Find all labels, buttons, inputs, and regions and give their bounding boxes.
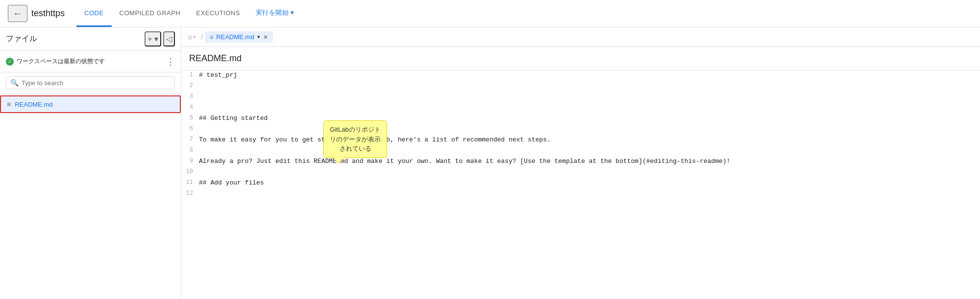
line-number: 1 xyxy=(181,70,199,78)
back-button[interactable]: ← xyxy=(8,5,27,22)
sidebar-header: ファイル + ▾ ◁ xyxy=(0,27,181,51)
editor-tab-readme[interactable]: ≡ README.md ▾ ✕ xyxy=(205,31,272,43)
callout-bubble: GitLabのリポジトリのデータが表示されている xyxy=(323,120,387,158)
editor-tabs: ⌂ ▾ / ≡ README.md ▾ ✕ xyxy=(181,27,980,47)
line-number: 3 xyxy=(181,92,199,100)
sidebar: ファイル + ▾ ◁ ワークスペースは最新の状態です ⋮ 🔍 ≡ README.… xyxy=(0,27,181,299)
tab-start-run[interactable]: 実行を開始 ▾ xyxy=(248,0,302,27)
status-dot-icon xyxy=(6,58,14,66)
line-content: Already a pro? Just edit this README.md … xyxy=(199,157,730,165)
tab-executions[interactable]: EXECUTIONS xyxy=(188,0,248,27)
code-line: 8 xyxy=(181,146,980,157)
line-number: 6 xyxy=(181,124,199,132)
line-content: ## Getting started xyxy=(199,114,268,122)
home-icon: ⌂ xyxy=(188,33,192,41)
search-input-wrap: 🔍 xyxy=(6,76,175,89)
nav-tabs: CODE COMPILED GRAPH EXECUTIONS 実行を開始 ▾ xyxy=(76,0,302,27)
line-number: 4 xyxy=(181,103,199,111)
project-title: testhttps xyxy=(31,8,65,19)
status-left: ワークスペースは最新の状態です xyxy=(6,57,105,66)
code-line: 7To make it easy for you to get started … xyxy=(181,135,980,146)
line-number: 9 xyxy=(181,157,199,164)
workspace-status-text: ワークスペースは最新の状態です xyxy=(17,57,105,66)
more-options-button[interactable]: ⋮ xyxy=(166,56,175,67)
file-item-name: README.md xyxy=(15,101,52,108)
editor-tab-dropdown[interactable]: ▾ xyxy=(257,34,260,40)
search-input[interactable] xyxy=(22,79,171,87)
tab-compiled-graph[interactable]: COMPILED GRAPH xyxy=(112,0,189,27)
code-line: 4 xyxy=(181,103,980,114)
code-line: 9Already a pro? Just edit this README.md… xyxy=(181,157,980,167)
line-content: # test_prj xyxy=(199,70,237,79)
file-list-icon: ≡ xyxy=(7,100,11,108)
callout-text: GitLabのリポジトリのデータが表示されている xyxy=(330,126,381,152)
collapse-sidebar-button[interactable]: ◁ xyxy=(163,31,175,46)
home-tab[interactable]: ⌂ ▾ xyxy=(185,31,199,43)
editor-area: GitLabのリポジトリのデータが表示されている ⌂ ▾ / ≡ README.… xyxy=(181,27,980,299)
file-item-readme[interactable]: ≡ README.md xyxy=(0,95,181,113)
workspace-status: ワークスペースは最新の状態です ⋮ xyxy=(0,51,181,72)
editor-file-title: README.md xyxy=(189,53,242,64)
code-line: 11## Add your files xyxy=(181,178,980,189)
home-dropdown-arrow[interactable]: ▾ xyxy=(193,34,196,40)
search-area: 🔍 xyxy=(0,72,181,93)
top-nav: ← testhttps CODE COMPILED GRAPH EXECUTIO… xyxy=(0,0,980,27)
sidebar-actions: + ▾ ◁ xyxy=(145,31,175,46)
line-content: ## Add your files xyxy=(199,178,264,186)
code-lines: 1# test_prj2345## Getting started67To ma… xyxy=(181,70,980,200)
code-line: 1# test_prj xyxy=(181,70,980,81)
line-number: 11 xyxy=(181,178,199,186)
callout-container: GitLabのリポジトリのデータが表示されている xyxy=(323,120,387,158)
code-editor[interactable]: 1# test_prj2345## Getting started67To ma… xyxy=(181,70,980,299)
code-line: 3 xyxy=(181,92,980,103)
code-line: 2 xyxy=(181,81,980,92)
file-list: ≡ README.md xyxy=(0,93,181,299)
editor-tab-icon: ≡ xyxy=(210,34,213,41)
callout-tail xyxy=(334,158,343,163)
line-number: 7 xyxy=(181,135,199,143)
sidebar-title: ファイル xyxy=(6,34,37,44)
line-number: 10 xyxy=(181,167,199,175)
main-content: ファイル + ▾ ◁ ワークスペースは最新の状態です ⋮ 🔍 ≡ README.… xyxy=(0,27,980,299)
editor-tab-close-button[interactable]: ✕ xyxy=(263,34,268,41)
line-number: 8 xyxy=(181,146,199,154)
editor-title-bar: README.md xyxy=(181,47,980,70)
line-number: 12 xyxy=(181,189,199,197)
code-line: 5## Getting started xyxy=(181,114,980,124)
add-file-button[interactable]: + ▾ xyxy=(145,31,161,46)
breadcrumb-separator: / xyxy=(201,33,203,42)
search-icon: 🔍 xyxy=(10,79,19,87)
editor-tab-label: README.md xyxy=(216,33,254,41)
code-line: 6 xyxy=(181,124,980,135)
code-line: 10 xyxy=(181,167,980,178)
line-number: 2 xyxy=(181,81,199,89)
code-line: 12 xyxy=(181,189,980,200)
line-number: 5 xyxy=(181,114,199,121)
tab-code[interactable]: CODE xyxy=(76,0,112,27)
